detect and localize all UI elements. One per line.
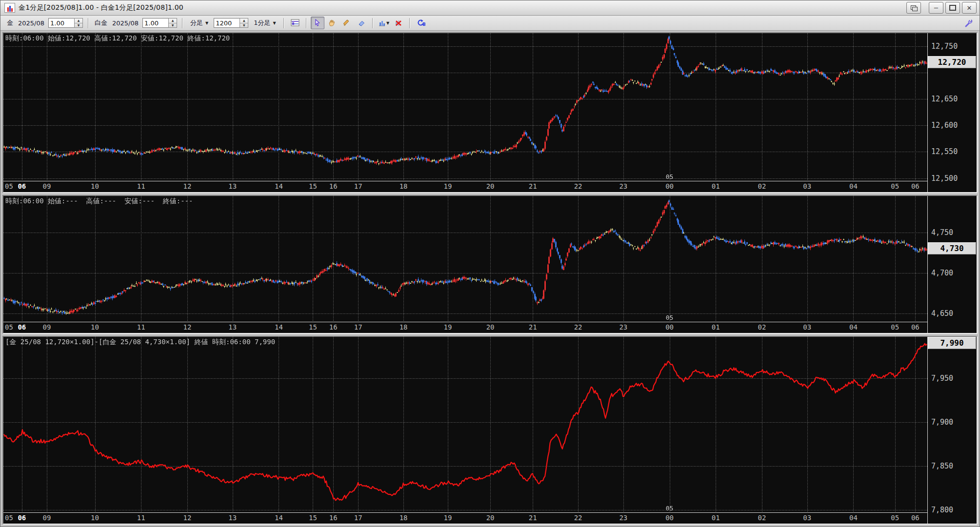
refresh-chart-button[interactable]: B xyxy=(414,17,428,29)
gold-plot-area[interactable]: 時刻:06:00 始値:12,720 高値:12,720 安値:12,720 終… xyxy=(3,33,927,181)
x-axis-label: 01 xyxy=(712,514,720,522)
interval-type-dropdown[interactable]: 分足 ▼ xyxy=(188,18,210,28)
gold-ohlc-readout: 時刻:06:00 始値:12,720 高値:12,720 安値:12,720 終… xyxy=(5,34,230,43)
charts-area: 時刻:06:00 始値:12,720 高値:12,720 安値:12,720 終… xyxy=(0,31,980,527)
x-axis-label: 04 xyxy=(849,182,858,190)
toolbar-separator xyxy=(372,18,373,28)
window-title: 金1分足[2025/08]1.00 - 白金1分足[2025/08]1.00 xyxy=(19,3,183,12)
x-axis-label: 19 xyxy=(444,514,452,522)
x-axis-label: 02 xyxy=(758,182,766,190)
erase-tool-button[interactable] xyxy=(355,17,368,29)
close-button[interactable]: ✕ xyxy=(962,2,977,14)
spread-time-axis: 0506091011121314151617181920212223000102… xyxy=(3,513,927,524)
x-axis-label: 15 xyxy=(309,323,317,331)
period-dropdown[interactable]: 1分足 ▼ xyxy=(252,18,278,28)
x-axis-label: 11 xyxy=(137,323,145,331)
platinum-multiplier-input[interactable] xyxy=(142,18,168,28)
x-axis-label: 16 xyxy=(329,514,338,522)
x-axis-label: 03 xyxy=(803,514,811,522)
x-axis-label: 18 xyxy=(400,323,408,331)
price-chart-canvas[interactable] xyxy=(3,33,927,181)
x-axis-label: 18 xyxy=(400,182,408,190)
current-price-badge: 7,990 xyxy=(928,337,976,349)
gold-multiplier-spinner: ▲▼ xyxy=(48,18,83,28)
x-axis-label: 19 xyxy=(444,323,452,331)
x-axis-label: 00 xyxy=(665,514,674,522)
toolbar-separator xyxy=(306,18,307,28)
pencil-icon xyxy=(343,19,351,27)
x-axis-label: 22 xyxy=(574,514,582,522)
x-axis-label: 05 xyxy=(891,514,899,522)
y-axis-label: 4,750 xyxy=(931,228,953,237)
cursor-tool-button[interactable] xyxy=(311,17,324,29)
eraser-icon xyxy=(358,19,365,27)
spin-down-icon[interactable]: ▼ xyxy=(75,23,82,28)
spin-down-icon[interactable]: ▼ xyxy=(240,23,248,28)
maximize-button[interactable] xyxy=(945,2,960,14)
y-axis-label: 12,550 xyxy=(931,147,958,156)
toolbar: 金 2025/08 ▲▼ 白金 2025/08 ▲▼ 分足 ▼ ▲▼ 1分足 ▼ xyxy=(0,16,980,31)
x-axis-label: 05 xyxy=(5,323,13,331)
price-chart-canvas[interactable] xyxy=(3,337,927,512)
spin-down-icon[interactable]: ▼ xyxy=(169,23,177,28)
spread-price-axis: 7,9507,9007,8507,8007,990 xyxy=(927,337,977,524)
platinum-symbol-label: 白金 xyxy=(95,19,107,27)
cursor-icon xyxy=(314,19,321,27)
interval-type-label: 分足 xyxy=(190,19,203,27)
date-change-label: 05 xyxy=(666,314,674,321)
chart-grid-settings-button[interactable] xyxy=(288,17,302,29)
y-axis-label: 12,600 xyxy=(931,121,958,130)
spin-up-icon[interactable]: ▲ xyxy=(240,19,248,23)
date-change-label: 05 xyxy=(666,173,674,180)
x-axis-label: 14 xyxy=(275,182,283,190)
price-chart-canvas[interactable] xyxy=(3,196,927,322)
x-axis-label: 21 xyxy=(529,323,537,331)
x-axis-label: 00 xyxy=(665,323,674,331)
x-axis-label: 23 xyxy=(619,182,627,190)
gold-multiplier-input[interactable] xyxy=(48,18,74,28)
x-axis-label: 12 xyxy=(183,514,191,522)
draw-line-tool-button[interactable] xyxy=(340,17,354,29)
x-axis-label: 20 xyxy=(486,182,495,190)
x-axis-label: 10 xyxy=(91,514,99,522)
title-bar[interactable]: 金1分足[2025/08]1.00 - 白金1分足[2025/08]1.00 ─… xyxy=(0,0,980,16)
platinum-plot-area[interactable]: 時刻:06:00 始値:--- 高値:--- 安値:--- 終値:--- 05 xyxy=(3,196,927,322)
x-axis-label: 02 xyxy=(758,323,766,331)
refresh-cb-icon: B xyxy=(417,19,425,27)
toolbar-separator xyxy=(182,18,183,28)
x-axis-label: 06 xyxy=(911,323,920,331)
bar-count-spinner: ▲▼ xyxy=(214,18,248,28)
wrench-icon[interactable] xyxy=(964,18,974,28)
date-change-label: 05 xyxy=(666,505,674,512)
x-axis-label: 20 xyxy=(486,514,495,522)
x-axis-label: 14 xyxy=(275,323,283,331)
platinum-contract-month: 2025/08 xyxy=(112,20,139,27)
x-axis-label: 06 xyxy=(18,323,26,331)
x-axis-label: 10 xyxy=(91,182,99,190)
svg-text:B: B xyxy=(422,22,425,27)
x-axis-label: 00 xyxy=(665,182,674,190)
y-axis-label: 7,800 xyxy=(931,506,953,514)
indicator-menu-button[interactable]: ▼ xyxy=(377,17,391,29)
gold-price-axis: 12,75012,65012,60012,55012,50012,720 xyxy=(927,33,977,192)
remove-indicator-button[interactable] xyxy=(392,17,405,29)
x-axis-label: 10 xyxy=(91,323,99,331)
y-axis-label: 7,900 xyxy=(931,418,953,427)
x-axis-label: 17 xyxy=(354,182,362,190)
x-axis-label: 02 xyxy=(758,514,766,522)
minimize-button[interactable]: ─ xyxy=(929,2,943,14)
platinum-multiplier-spinner: ▲▼ xyxy=(142,18,177,28)
y-axis-label: 7,850 xyxy=(931,462,953,470)
x-axis-label: 06 xyxy=(18,182,26,190)
bar-count-input[interactable] xyxy=(214,18,240,28)
spin-up-icon[interactable]: ▲ xyxy=(75,19,82,23)
x-axis-label: 12 xyxy=(183,323,191,331)
x-axis-label: 15 xyxy=(309,182,317,190)
pan-tool-button[interactable] xyxy=(325,17,339,29)
x-axis-label: 22 xyxy=(574,323,582,331)
spread-plot-area[interactable]: [金 25/08 12,720×1.00]-[白金 25/08 4,730×1.… xyxy=(3,337,927,513)
x-axis-label: 03 xyxy=(803,182,811,190)
cascade-windows-button[interactable] xyxy=(906,2,921,14)
platinum-price-axis: 4,7504,7004,6504,730 xyxy=(927,196,977,333)
spin-up-icon[interactable]: ▲ xyxy=(169,19,177,23)
